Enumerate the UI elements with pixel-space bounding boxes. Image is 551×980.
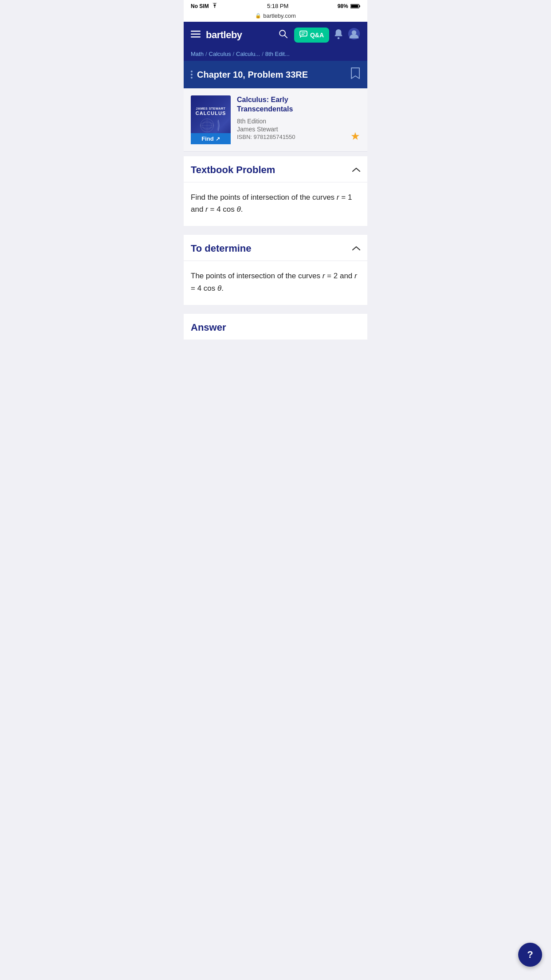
textbook-problem-title: Textbook Problem: [191, 164, 275, 176]
breadcrumb-calculus[interactable]: Calculus: [209, 51, 231, 57]
breadcrumb-calculu[interactable]: Calculu...: [236, 51, 260, 57]
arrow-icon: ↗: [216, 136, 220, 142]
svg-rect-1: [359, 5, 360, 7]
textbook-problem-content: Find the points of intersection of the c…: [184, 182, 367, 226]
book-edition: 8th Edition: [237, 118, 344, 125]
url-bar: 🔒 bartleby.com: [184, 11, 367, 22]
notifications-button[interactable]: [334, 28, 343, 42]
status-bar: No SIM 5:18 PM 98%: [184, 0, 367, 11]
svg-point-11: [338, 37, 340, 39]
breadcrumb-bar: Math / Calculus / Calculu... / 8th Edit.…: [184, 48, 367, 61]
qa-button[interactable]: Q&A: [294, 28, 329, 43]
qa-label: Q&A: [310, 32, 324, 39]
textbook-problem-section: Textbook Problem Find the points of inte…: [184, 156, 367, 226]
book-isbn: ISBN: 9781285741550: [237, 134, 344, 140]
book-title: Calculus: Early Transcendentals: [237, 95, 344, 114]
battery-icon: 98%: [338, 3, 360, 9]
to-determine-header[interactable]: To determine: [184, 235, 367, 261]
breadcrumb: Math / Calculus / Calculu... / 8th Edit.…: [191, 51, 360, 57]
find-label: Find: [201, 135, 213, 142]
book-cover-wrapper: JAMES STEWART CALCULUS Find ↗: [191, 95, 231, 144]
breadcrumb-sep-2: /: [232, 51, 234, 57]
wifi-icon: [211, 3, 218, 9]
section-gap-2: [184, 305, 367, 309]
breadcrumb-sep-1: /: [205, 51, 207, 57]
book-cover-title-text: CALCULUS: [196, 111, 226, 116]
svg-rect-8: [300, 31, 307, 36]
breadcrumb-math[interactable]: Math: [191, 51, 204, 57]
to-determine-section: To determine The points of intersection …: [184, 235, 367, 304]
book-cover-author: JAMES STEWART: [196, 107, 226, 111]
answer-section: Answer: [184, 314, 367, 340]
time-display: 5:18 PM: [267, 3, 288, 9]
search-button[interactable]: [276, 27, 290, 43]
lock-icon: 🔒: [255, 13, 261, 19]
url-text: bartleby.com: [263, 12, 295, 19]
find-button[interactable]: Find ↗: [191, 133, 231, 144]
svg-line-7: [285, 36, 287, 38]
svg-rect-4: [191, 34, 201, 35]
chapter-title: Chapter 10, Problem 33RE: [197, 70, 308, 80]
textbook-problem-header[interactable]: Textbook Problem: [184, 156, 367, 182]
svg-rect-5: [191, 36, 201, 38]
textbook-problem-chevron: [352, 166, 360, 175]
breadcrumb-8th[interactable]: 8th Edit...: [265, 51, 290, 57]
nav-header: bartleby Q&A: [184, 22, 367, 48]
section-gap-1: [184, 226, 367, 230]
menu-button[interactable]: [191, 30, 201, 40]
book-card: JAMES STEWART CALCULUS Find ↗ Calculus: …: [184, 88, 367, 152]
to-determine-content: The points of intersection of the curves…: [184, 261, 367, 304]
bookmark-button[interactable]: [350, 67, 360, 82]
to-determine-title: To determine: [191, 243, 252, 254]
site-logo: bartleby: [206, 29, 242, 41]
favorite-star-icon[interactable]: ★: [350, 130, 360, 142]
more-options-button[interactable]: [191, 71, 193, 79]
book-cover-graphic: [200, 118, 222, 133]
chapter-header: Chapter 10, Problem 33RE: [184, 61, 367, 88]
book-author: James Stewart: [237, 126, 344, 133]
user-button[interactable]: [348, 28, 360, 43]
no-sim-label: No SIM: [191, 3, 209, 9]
chat-icon: [299, 31, 307, 40]
breadcrumb-sep-3: /: [262, 51, 264, 57]
answer-title: Answer: [191, 322, 226, 333]
to-determine-chevron: [352, 244, 360, 253]
svg-rect-2: [351, 5, 358, 8]
svg-rect-3: [191, 31, 201, 32]
